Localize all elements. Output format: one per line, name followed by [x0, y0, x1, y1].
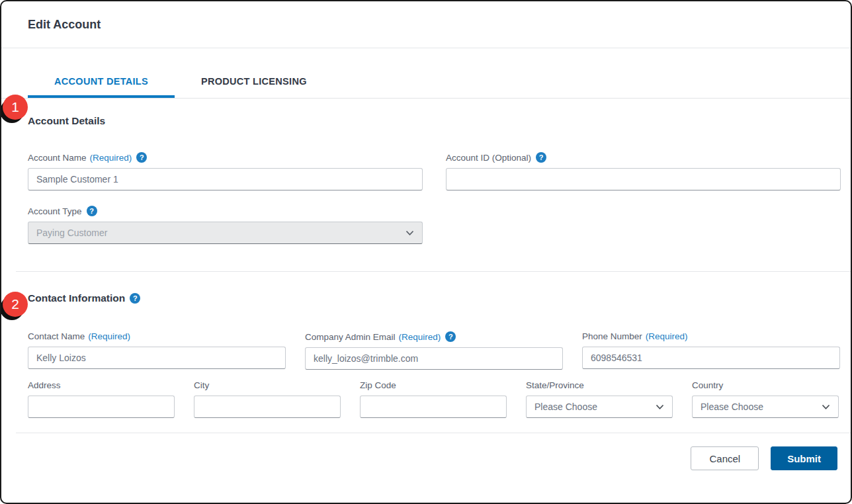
- field-state-province: State/Province Please Choose: [526, 380, 673, 418]
- tab-product-licensing[interactable]: PRODUCT LICENSING: [175, 76, 333, 98]
- help-icon[interactable]: ?: [136, 152, 147, 163]
- state-province-label: State/Province: [526, 380, 673, 390]
- address-row: Address City Zip Code State/Province: [28, 380, 838, 418]
- zip-code-input[interactable]: [360, 396, 507, 418]
- edit-account-dialog: 1 2 Edit Account ACCOUNT DETAILS PRODUCT…: [0, 0, 852, 504]
- account-row: Account Name (Required) ? Account ID (Op…: [28, 152, 838, 190]
- address-input[interactable]: [28, 396, 175, 418]
- city-input[interactable]: [194, 396, 341, 418]
- field-account-type: Account Type ? Paying Customer: [28, 206, 423, 244]
- account-id-label: Account ID (Optional) ?: [446, 152, 841, 163]
- field-phone-number: Phone Number (Required): [582, 331, 840, 370]
- contact-information-heading: Contact Information ?: [28, 292, 838, 304]
- footer: Cancel Submit: [1, 433, 851, 470]
- field-account-name: Account Name (Required) ?: [28, 152, 423, 190]
- account-name-input[interactable]: [28, 168, 423, 190]
- field-contact-name: Contact Name (Required): [28, 331, 286, 370]
- account-type-select: Paying Customer: [28, 222, 423, 244]
- page-title: Edit Account: [28, 18, 824, 32]
- account-details-heading: Account Details: [28, 115, 838, 127]
- chevron-down-icon: [822, 404, 830, 410]
- account-name-label: Account Name (Required) ?: [28, 152, 423, 163]
- country-label: Country: [692, 380, 839, 390]
- field-country: Country Please Choose: [692, 380, 839, 418]
- step-2-badge: 2: [3, 292, 28, 317]
- phone-number-input[interactable]: [582, 347, 840, 369]
- state-province-select[interactable]: Please Choose: [526, 396, 673, 418]
- field-address: Address: [28, 380, 175, 418]
- section-divider: [16, 271, 851, 272]
- tab-account-details[interactable]: ACCOUNT DETAILS: [28, 76, 175, 98]
- company-admin-email-label: Company Admin Email (Required) ?: [305, 331, 563, 342]
- contact-name-input[interactable]: [28, 347, 286, 369]
- step-1-badge: 1: [3, 95, 28, 120]
- account-id-input[interactable]: [446, 168, 841, 190]
- cancel-button[interactable]: Cancel: [691, 446, 759, 470]
- city-label: City: [194, 380, 341, 390]
- chevron-down-icon: [405, 230, 414, 236]
- address-label: Address: [28, 380, 175, 390]
- help-icon[interactable]: ?: [536, 152, 546, 163]
- field-company-admin-email: Company Admin Email (Required) ?: [305, 331, 563, 370]
- account-details-heading-text: Account Details: [28, 115, 105, 127]
- contact-row: Contact Name (Required) Company Admin Em…: [28, 331, 838, 370]
- form-content: Account Details Account Name (Required) …: [1, 115, 851, 433]
- submit-button[interactable]: Submit: [771, 446, 837, 470]
- dialog-header: Edit Account: [1, 1, 851, 32]
- contact-information-heading-text: Contact Information: [28, 292, 125, 304]
- help-icon[interactable]: ?: [130, 293, 140, 304]
- contact-name-label: Contact Name (Required): [28, 331, 286, 341]
- chevron-down-icon: [656, 404, 664, 410]
- help-icon[interactable]: ?: [87, 206, 97, 216]
- field-zip-code: Zip Code: [360, 380, 507, 418]
- zip-code-label: Zip Code: [360, 380, 507, 390]
- company-admin-email-input[interactable]: [305, 347, 563, 370]
- field-city: City: [194, 380, 341, 418]
- tab-bar: ACCOUNT DETAILS PRODUCT LICENSING: [1, 48, 851, 99]
- account-type-label: Account Type ?: [28, 206, 423, 216]
- phone-number-label: Phone Number (Required): [582, 331, 840, 341]
- country-select[interactable]: Please Choose: [692, 396, 839, 418]
- help-icon[interactable]: ?: [445, 331, 456, 342]
- field-account-id: Account ID (Optional) ?: [446, 152, 841, 190]
